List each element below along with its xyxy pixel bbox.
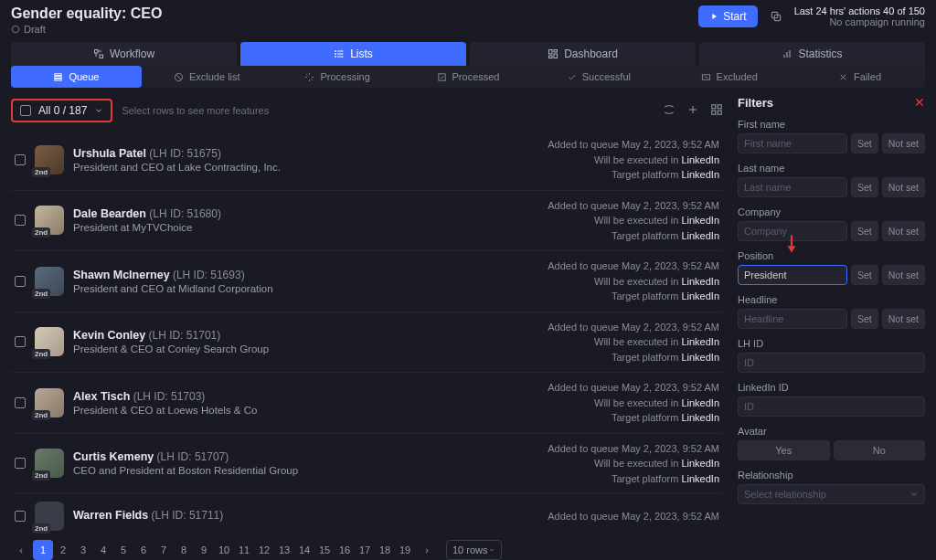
page-prev[interactable]: ‹ <box>11 540 31 560</box>
row-checkbox[interactable] <box>15 154 26 165</box>
row-checkbox[interactable] <box>15 336 26 347</box>
first-name-set[interactable]: Set <box>851 133 878 153</box>
avatar-no[interactable]: No <box>834 440 926 460</box>
headline-notset[interactable]: Not set <box>882 309 925 329</box>
subtab-processing[interactable]: Processing <box>272 66 403 88</box>
position-input[interactable] <box>738 265 847 285</box>
degree-badge: 2nd <box>32 227 50 238</box>
page-number[interactable]: 2 <box>53 540 73 560</box>
link-icon[interactable] <box>663 103 675 119</box>
close-filters-icon[interactable]: ✕ <box>914 95 925 110</box>
list-item[interactable]: 2nd Dale Bearden (LH ID: 51680) Presiden… <box>11 191 723 252</box>
linkedin-id-label: LinkedIn ID <box>738 382 925 393</box>
headline-label: Headline <box>738 294 925 305</box>
row-position: President at MyTVChoice <box>73 222 538 233</box>
add-icon[interactable] <box>686 103 699 119</box>
page-number[interactable]: 13 <box>274 540 294 560</box>
row-name: Curtis Kemeny <box>73 450 154 463</box>
row-lhid: (LH ID: 51707) <box>157 450 229 463</box>
first-name-input[interactable] <box>738 133 847 153</box>
svg-line-24 <box>176 74 182 79</box>
subtab-processed[interactable]: Processed <box>403 66 534 88</box>
start-button[interactable]: Start <box>698 5 757 27</box>
svg-rect-33 <box>718 104 721 108</box>
last-name-set[interactable]: Set <box>851 177 878 197</box>
page-number[interactable]: 10 <box>214 540 234 560</box>
position-notset[interactable]: Not set <box>882 265 925 285</box>
degree-badge: 2nd <box>32 289 50 299</box>
list-item[interactable]: 2nd Warren Fields (LH ID: 51711) Added t… <box>11 494 723 534</box>
tab-statistics[interactable]: Statistics <box>699 42 925 66</box>
avatar: 2nd <box>35 267 64 296</box>
chevron-down-icon[interactable] <box>94 106 103 115</box>
first-name-notset[interactable]: Not set <box>882 133 925 153</box>
row-checkbox[interactable] <box>15 397 26 408</box>
company-input[interactable] <box>738 221 847 241</box>
avatar: 2nd <box>35 502 64 531</box>
svg-point-0 <box>12 26 19 33</box>
page-next[interactable]: › <box>417 540 437 560</box>
last-name-input[interactable] <box>738 177 847 197</box>
chevron-down-icon <box>909 490 919 499</box>
headline-input[interactable] <box>738 309 847 329</box>
lhid-label: LH ID <box>738 338 925 349</box>
page-number[interactable]: 18 <box>375 540 395 560</box>
page-number[interactable]: 11 <box>234 540 254 560</box>
avatar: 2nd <box>35 449 64 478</box>
grid-icon[interactable] <box>710 103 723 119</box>
subtab-exclude[interactable]: Exclude list <box>142 66 272 88</box>
lhid-input[interactable] <box>738 353 925 373</box>
subtab-queue[interactable]: Queue <box>11 66 142 88</box>
list-item[interactable]: 2nd Shawn McInerney (LH ID: 51693) Presi… <box>11 251 723 312</box>
company-set[interactable]: Set <box>851 221 878 241</box>
row-checkbox[interactable] <box>15 511 26 522</box>
page-number[interactable]: 14 <box>294 540 314 560</box>
tab-dashboard[interactable]: Dashboard <box>470 42 696 66</box>
page-number[interactable]: 4 <box>93 540 113 560</box>
list-item[interactable]: 2nd Alex Tisch (LH ID: 51703) President … <box>11 373 723 434</box>
svg-point-12 <box>335 57 336 58</box>
avatar-yes[interactable]: Yes <box>738 440 830 460</box>
page-number[interactable]: 3 <box>73 540 93 560</box>
subtab-excluded[interactable]: Excluded <box>664 66 794 88</box>
row-checkbox[interactable] <box>15 215 26 226</box>
position-set[interactable]: Set <box>851 265 878 285</box>
row-checkbox[interactable] <box>15 276 26 287</box>
duplicate-icon[interactable] <box>765 5 787 30</box>
page-number[interactable]: 1 <box>33 540 53 560</box>
subtab-successful[interactable]: Successful <box>533 66 664 88</box>
svg-rect-35 <box>718 111 721 114</box>
last-name-label: Last name <box>738 163 925 174</box>
select-all-box[interactable]: All 0 / 187 <box>11 99 112 122</box>
list-item[interactable]: 2nd Urshula Patel (LH ID: 51675) Preside… <box>11 130 723 191</box>
page-number[interactable]: 15 <box>314 540 335 560</box>
relationship-label: Relationship <box>738 470 925 481</box>
page-number[interactable]: 7 <box>154 540 174 560</box>
subtab-failed[interactable]: Failed <box>794 66 925 88</box>
page-number[interactable]: 6 <box>133 540 154 560</box>
relationship-select[interactable]: Select relationship <box>738 484 925 504</box>
linkedin-id-input[interactable] <box>738 396 925 417</box>
svg-rect-25 <box>438 73 444 79</box>
list-item[interactable]: 2nd Kevin Conley (LH ID: 51701) Presiden… <box>11 312 723 374</box>
row-checkbox[interactable] <box>15 458 26 469</box>
headline-set[interactable]: Set <box>851 309 878 329</box>
page-number[interactable]: 17 <box>355 540 375 560</box>
rows-per-page[interactable]: 10 rows <box>446 540 502 560</box>
select-all-checkbox[interactable] <box>20 105 31 116</box>
tab-workflow[interactable]: Workflow <box>11 42 237 66</box>
page-number[interactable]: 16 <box>335 540 355 560</box>
page-number[interactable]: 5 <box>113 540 133 560</box>
tab-lists[interactable]: Lists <box>240 42 466 66</box>
list-item[interactable]: 2nd Curtis Kemeny (LH ID: 51707) CEO and… <box>11 434 723 495</box>
header-stats: Last 24 hrs' actions 40 of 150 No campai… <box>794 5 925 27</box>
avatar: 2nd <box>35 327 64 356</box>
svg-rect-4 <box>100 55 103 58</box>
page-number[interactable]: 12 <box>254 540 274 560</box>
svg-rect-21 <box>55 76 61 78</box>
page-number[interactable]: 8 <box>174 540 194 560</box>
company-notset[interactable]: Not set <box>882 221 925 241</box>
page-number[interactable]: 9 <box>194 540 214 560</box>
page-number[interactable]: 19 <box>395 540 415 560</box>
last-name-notset[interactable]: Not set <box>882 177 925 197</box>
